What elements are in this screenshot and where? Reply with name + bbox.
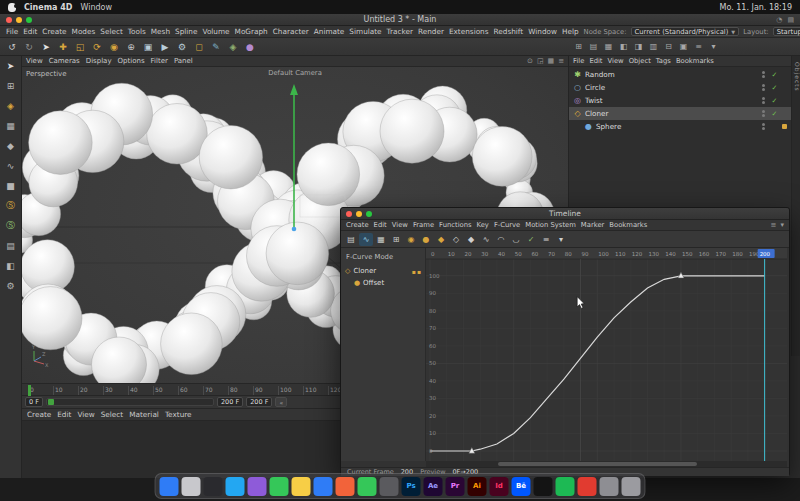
main-menu-item[interactable]: MoGraph	[235, 27, 268, 36]
dock-icon[interactable]	[204, 477, 223, 496]
toolbar-icon[interactable]: ✎	[208, 39, 224, 54]
main-menu-item[interactable]: File	[6, 27, 18, 36]
timeline-menu-item[interactable]: Edit	[374, 221, 387, 229]
dock-icon[interactable]	[182, 477, 201, 496]
dock-icon[interactable]	[226, 477, 245, 496]
visibility-dots[interactable]	[762, 110, 765, 117]
tool-palette-icon[interactable]: ■	[3, 178, 19, 193]
dock-icon[interactable]: Id	[490, 477, 509, 496]
viewport-menu-item[interactable]: View	[26, 57, 43, 65]
timeline-tool-icon[interactable]: ◠	[494, 233, 508, 246]
enable-check-icon[interactable]: ✓	[770, 71, 779, 79]
toolbar-icon[interactable]: ◻	[191, 39, 207, 54]
dock-icon[interactable]: Bē	[512, 477, 531, 496]
track-name[interactable]: Cloner	[353, 267, 376, 275]
tool-palette-icon[interactable]: ⊞	[3, 78, 19, 93]
toolbar-icon[interactable]: ◱	[72, 39, 88, 54]
object-row[interactable]: ● Sphere	[569, 120, 791, 133]
toolbar-icon[interactable]: ➤	[38, 39, 54, 54]
object-name[interactable]: Twist	[585, 96, 603, 105]
timeline-tool-icon[interactable]: ◇	[449, 233, 463, 246]
timeline-tool-icon[interactable]: ▤	[344, 233, 358, 246]
main-menu-item[interactable]: Simulate	[349, 27, 381, 36]
timeline-menu-item[interactable]: Functions	[439, 221, 471, 229]
fcurve-mode-label[interactable]: F-Curve Mode	[341, 248, 425, 265]
layout-dropdown[interactable]: Startup▼	[773, 27, 800, 36]
dock-icon[interactable]	[248, 477, 267, 496]
tool-palette-icon[interactable]: ◈	[3, 98, 19, 113]
material-menu-item[interactable]: Material	[129, 410, 159, 419]
main-menu-item[interactable]: Volume	[202, 27, 229, 36]
scrollbar-thumb[interactable]	[498, 462, 697, 466]
timeline-tool-icon[interactable]: ≡	[539, 233, 553, 246]
dock-icon[interactable]	[270, 477, 289, 496]
viewport-menu-item[interactable]: Filter	[151, 57, 168, 65]
object-name[interactable]: Random	[585, 70, 615, 79]
dock-icon[interactable]	[380, 477, 399, 496]
tool-palette-icon[interactable]: ◧	[3, 258, 19, 273]
tool-palette-icon[interactable]: ➤	[3, 58, 19, 73]
menubar-menu[interactable]: Window	[80, 3, 112, 12]
object-menu-item[interactable]: Edit	[589, 57, 602, 65]
toolbar-icon[interactable]: ⚙	[174, 39, 190, 54]
timeline-tool-icon[interactable]: ◆	[464, 233, 478, 246]
tool-palette-icon[interactable]: ▤	[3, 238, 19, 253]
object-row[interactable]: ◎ Twist ✓	[569, 94, 791, 107]
toolbar-icon[interactable]: ✚	[55, 39, 71, 54]
viewport-control-icon[interactable]: ▦	[548, 57, 555, 65]
dock-icon[interactable]	[578, 477, 597, 496]
dock-icon[interactable]: Ps	[402, 477, 421, 496]
object-name[interactable]: Circle	[585, 83, 605, 92]
main-menu-item[interactable]: Spline	[175, 27, 197, 36]
toolbar-icon[interactable]: ▣	[140, 39, 156, 54]
dock-icon[interactable]: Ai	[468, 477, 487, 496]
manager-toolbar-icon[interactable]: ◧	[617, 39, 630, 54]
object-tag-icon[interactable]	[782, 111, 787, 116]
titlebar-icon[interactable]: ▤	[787, 16, 794, 24]
viewport-menu-item[interactable]: Options	[118, 57, 145, 65]
viewport-control-icon[interactable]: ≡	[558, 57, 564, 65]
material-menu-item[interactable]: Edit	[57, 410, 71, 419]
main-menu-item[interactable]: Render	[418, 27, 444, 36]
timeline-menu-item[interactable]: F-Curve	[494, 221, 520, 229]
object-row[interactable]: ✱ Random ✓	[569, 68, 791, 81]
dock-icon[interactable]	[314, 477, 333, 496]
tool-palette-icon[interactable]: ▦	[3, 118, 19, 133]
manager-toolbar-icon[interactable]: ⊞	[572, 39, 585, 54]
toolbar-icon[interactable]: ●	[242, 39, 258, 54]
viewport-control-icon[interactable]: ◲	[537, 57, 544, 65]
timeline-tool-icon[interactable]: ◉	[404, 233, 418, 246]
enable-check-icon[interactable]: ✓	[770, 110, 779, 118]
apple-menu-icon[interactable]	[8, 3, 16, 12]
manager-toolbar-icon[interactable]: ▣	[677, 39, 690, 54]
dock-icon[interactable]: Pr	[446, 477, 465, 496]
y-axis-arrow-icon[interactable]	[290, 84, 298, 95]
close-button[interactable]	[6, 17, 12, 23]
close-button[interactable]	[346, 211, 352, 217]
object-row[interactable]: ○ Circle ✓	[569, 81, 791, 94]
timeline-menu-item[interactable]: Frame	[413, 221, 434, 229]
timeline-tool-icon[interactable]: ⊞	[389, 233, 403, 246]
timeline-tool-icon[interactable]: ▾	[554, 233, 568, 246]
end-frame-field[interactable]: 200 F	[217, 397, 243, 407]
object-menu-item[interactable]: View	[608, 57, 624, 65]
main-menu-item[interactable]: Create	[42, 27, 66, 36]
track-name[interactable]: Offset	[363, 279, 384, 287]
dock-icon[interactable]	[292, 477, 311, 496]
main-menu-item[interactable]: Character	[273, 27, 309, 36]
viewport-menu-item[interactable]: Panel	[174, 57, 193, 65]
dock-icon[interactable]	[358, 477, 377, 496]
main-menu-item[interactable]: Window	[528, 27, 557, 36]
material-menu-item[interactable]: View	[77, 410, 94, 419]
material-menu-item[interactable]: Create	[27, 410, 51, 419]
visibility-dots[interactable]	[762, 97, 765, 104]
manager-toolbar-icon[interactable]: ▦	[602, 39, 615, 54]
timeline-tool-icon[interactable]: ◡	[509, 233, 523, 246]
window-titlebar[interactable]: Untitled 3 * - Main ◔▤	[0, 14, 800, 26]
timeline-panel-icon[interactable]: ▾	[780, 221, 784, 229]
visibility-dots[interactable]	[762, 123, 765, 130]
enable-check-icon[interactable]: ✓	[770, 97, 779, 105]
material-menu-item[interactable]: Select	[101, 410, 124, 419]
frame-slider[interactable]	[46, 398, 214, 406]
dock-icon[interactable]	[600, 477, 619, 496]
